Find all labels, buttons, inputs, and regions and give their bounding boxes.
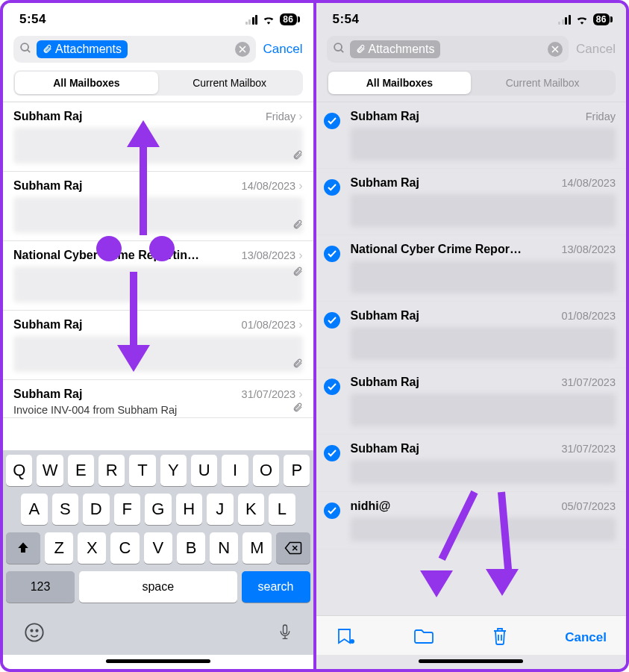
email-row[interactable]: Subham Raj 31/07/2023 <box>316 368 627 435</box>
backspace-key[interactable] <box>276 532 310 564</box>
selection-check-icon[interactable] <box>324 503 340 519</box>
selection-check-icon[interactable] <box>324 179 340 196</box>
numbers-key[interactable]: 123 <box>6 571 75 603</box>
email-preview <box>351 194 616 227</box>
svg-rect-5 <box>283 625 287 634</box>
space-key[interactable]: space <box>79 571 237 603</box>
home-indicator[interactable] <box>419 659 523 663</box>
segment-all-mailboxes[interactable]: All Mailboxes <box>15 72 158 94</box>
email-date: 31/07/2023 <box>242 388 296 400</box>
email-row[interactable]: Subham Raj Friday› <box>3 102 313 172</box>
key-u[interactable]: U <box>191 455 217 486</box>
email-date: Friday <box>586 111 616 122</box>
attachment-icon <box>292 402 303 416</box>
sender-name: Subham Raj <box>351 442 419 455</box>
email-preview <box>351 261 616 293</box>
svg-point-3 <box>31 630 32 632</box>
key-b[interactable]: B <box>177 532 205 564</box>
email-date: 05/07/2023 <box>561 500 616 512</box>
signal-icon <box>245 15 258 25</box>
dictation-key[interactable] <box>278 622 292 646</box>
key-i[interactable]: I <box>222 455 248 486</box>
search-token-attachments[interactable]: Attachments <box>37 40 128 58</box>
email-row[interactable]: Subham Raj 31/07/2023 <box>316 435 627 492</box>
cancel-selection-button[interactable]: Cancel <box>565 630 607 645</box>
key-q[interactable]: Q <box>6 455 32 486</box>
email-row[interactable]: Subham Raj 01/08/2023 <box>316 302 627 368</box>
clear-search-button[interactable] <box>548 42 563 57</box>
segment-all-mailboxes[interactable]: All Mailboxes <box>328 72 472 94</box>
key-v[interactable]: V <box>144 532 172 564</box>
selection-check-icon[interactable] <box>324 445 340 461</box>
key-x[interactable]: X <box>78 532 106 564</box>
svg-point-2 <box>25 623 43 641</box>
key-c[interactable]: C <box>110 532 139 564</box>
key-a[interactable]: A <box>21 494 48 525</box>
clear-search-button[interactable] <box>235 42 250 57</box>
selection-check-icon[interactable] <box>324 246 340 262</box>
segment-current-mailbox[interactable]: Current Mailbox <box>158 72 301 94</box>
sender-name: Subham Raj <box>351 376 419 389</box>
search-input[interactable]: Attachments <box>327 36 569 63</box>
email-row[interactable]: National Cyber Crime Reportin… 13/08/202… <box>3 241 313 311</box>
email-date: 14/08/2023 <box>561 177 616 189</box>
keyboard[interactable]: QWERTYUIOP ASDFGHJKL ZXCVBNM 123 space s… <box>3 450 313 655</box>
email-row[interactable]: National Cyber Crime Repor… 13/08/2023 <box>316 235 627 302</box>
email-row[interactable]: Subham Raj Friday <box>316 102 627 169</box>
key-l[interactable]: L <box>269 494 295 525</box>
key-y[interactable]: Y <box>160 455 187 486</box>
key-z[interactable]: Z <box>45 532 73 564</box>
move-button[interactable] <box>413 627 435 648</box>
key-m[interactable]: M <box>242 532 271 564</box>
email-date: 01/08/2023 <box>561 310 616 322</box>
battery-icon: 86 <box>593 13 610 25</box>
key-h[interactable]: H <box>176 494 203 525</box>
key-g[interactable]: G <box>145 494 172 525</box>
key-w[interactable]: W <box>37 455 63 486</box>
email-row[interactable]: Subham Raj 01/08/2023› <box>3 311 313 380</box>
search-input[interactable]: Attachments <box>13 36 256 63</box>
key-t[interactable]: T <box>129 455 155 486</box>
cancel-search-button[interactable]: Cancel <box>263 42 303 57</box>
search-key[interactable]: search <box>242 571 310 603</box>
key-j[interactable]: J <box>207 494 234 525</box>
shift-key[interactable] <box>6 532 40 564</box>
key-n[interactable]: N <box>210 532 238 564</box>
key-o[interactable]: O <box>253 455 279 486</box>
email-preview <box>351 327 616 360</box>
sender-name: National Cyber Crime Repor… <box>351 243 522 256</box>
email-row[interactable]: Subham Raj 14/08/2023› <box>3 172 313 241</box>
svg-point-0 <box>21 43 28 51</box>
key-s[interactable]: S <box>52 494 79 525</box>
trash-button[interactable] <box>491 626 509 649</box>
email-list[interactable]: Subham Raj Friday Subham Raj 14/08/2023 … <box>316 102 627 615</box>
key-d[interactable]: D <box>83 494 110 525</box>
chevron-right-icon: › <box>298 318 302 332</box>
key-e[interactable]: E <box>68 455 94 486</box>
email-date: 31/07/2023 <box>561 443 616 455</box>
search-icon <box>19 42 32 57</box>
key-f[interactable]: F <box>114 494 141 525</box>
email-row[interactable]: Subham Raj 14/08/2023 <box>316 169 627 235</box>
email-row[interactable]: Subham Raj 31/07/2023› Invoice INV-004 f… <box>3 380 313 418</box>
chevron-right-icon: › <box>298 179 302 193</box>
email-row[interactable]: nidhi@ 05/07/2023 <box>316 492 627 550</box>
status-time: 5:54 <box>19 12 46 27</box>
key-r[interactable]: R <box>98 455 125 486</box>
mailbox-scope-segment[interactable]: All Mailboxes Current Mailbox <box>327 70 616 96</box>
key-p[interactable]: P <box>284 455 310 486</box>
email-date: Friday <box>266 111 295 122</box>
wifi-icon <box>262 14 275 25</box>
email-preview <box>13 128 303 164</box>
selection-check-icon[interactable] <box>324 312 340 329</box>
selection-check-icon[interactable] <box>324 379 340 395</box>
home-indicator[interactable] <box>106 659 210 663</box>
email-list[interactable]: Subham Raj Friday› Subham Raj 14/08/2023… <box>3 102 313 450</box>
email-date: 31/07/2023 <box>561 376 616 388</box>
emoji-key[interactable] <box>24 622 45 646</box>
mailbox-scope-segment[interactable]: All Mailboxes Current Mailbox <box>13 70 303 96</box>
selection-check-icon[interactable] <box>324 113 340 129</box>
segment-current-mailbox[interactable]: Current Mailbox <box>471 72 614 94</box>
mark-button[interactable] <box>336 627 357 648</box>
key-k[interactable]: K <box>238 494 265 525</box>
